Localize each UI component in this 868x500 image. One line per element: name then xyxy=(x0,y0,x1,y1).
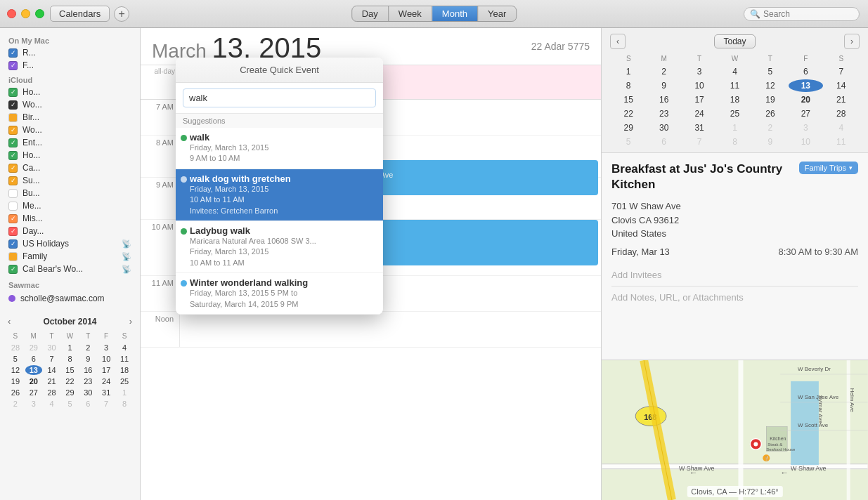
top-cal-day[interactable]: 6 xyxy=(789,65,822,78)
sidebar-item-bir[interactable]: Bir... xyxy=(0,111,140,124)
mini-cal-day[interactable]: 2 xyxy=(79,343,96,353)
sidebar-item-su[interactable]: ✓ Su... xyxy=(0,174,140,187)
mini-cal-day[interactable]: 23 xyxy=(79,376,96,386)
sidebar-item-day[interactable]: ✓ Day... xyxy=(0,225,140,237)
suggestion-walk-dog[interactable]: walk dog with gretchen Friday, March 13,… xyxy=(176,169,383,221)
sidebar-item-us-holidays[interactable]: ✓ US Holidays 📡 xyxy=(0,237,140,250)
mini-cal-day[interactable]: 24 xyxy=(98,376,115,386)
map-container[interactable]: W Shaw Ave W Shaw Ave 168 Sylmar Ave Hel… xyxy=(602,360,868,500)
mini-cal-next[interactable]: › xyxy=(127,316,134,327)
mini-cal-day[interactable]: 22 xyxy=(62,376,79,386)
mini-cal-day[interactable]: 14 xyxy=(44,365,60,375)
sidebar-item-cal-bear[interactable]: ✓ Cal Bear's Wo... 📡 xyxy=(0,263,140,275)
top-cal-day[interactable]: 10 xyxy=(682,79,716,92)
next-month-button[interactable]: › xyxy=(844,34,860,49)
calendars-button[interactable]: Calendars xyxy=(50,6,110,22)
calendar-checkbox[interactable]: ✓ xyxy=(8,164,18,173)
calendar-checkbox[interactable]: ✓ xyxy=(8,126,18,135)
top-cal-day[interactable]: 5 xyxy=(753,65,787,78)
mini-cal-day[interactable]: 31 xyxy=(98,388,115,397)
sidebar-item-bu[interactable]: Bu... xyxy=(0,187,140,199)
sidebar-item-me[interactable]: Me... xyxy=(0,199,140,212)
mini-cal-day[interactable]: 1 xyxy=(116,388,133,397)
top-cal-day[interactable]: 9 xyxy=(647,79,680,92)
top-cal-day[interactable]: 11 xyxy=(824,136,858,148)
suggestion-ladybug[interactable]: Ladybug walk Maricara Natural Area 10608… xyxy=(176,221,383,273)
mini-cal-day[interactable]: 30 xyxy=(79,388,96,397)
close-button[interactable] xyxy=(7,9,16,18)
top-cal-day[interactable]: 29 xyxy=(611,121,645,134)
top-cal-day[interactable]: 19 xyxy=(753,93,787,106)
mini-cal-day[interactable]: 6 xyxy=(25,354,42,364)
mini-cal-day[interactable]: 2 xyxy=(7,399,24,409)
mini-cal-day[interactable]: 25 xyxy=(116,376,133,386)
mini-cal-day[interactable]: 26 xyxy=(7,388,24,397)
calendar-checkbox[interactable]: ✓ xyxy=(8,176,18,185)
top-cal-day[interactable]: 22 xyxy=(611,107,645,120)
calendar-checkbox[interactable]: ✓ xyxy=(8,88,18,97)
sidebar-item-ho[interactable]: ✓ Ho... xyxy=(0,86,140,98)
mini-cal-day[interactable]: 4 xyxy=(44,399,60,409)
suggestion-winter[interactable]: Winter wonderland walking Friday, March … xyxy=(176,273,383,315)
sidebar-item-r[interactable]: ✓ R... xyxy=(0,46,140,59)
mini-cal-day[interactable]: 7 xyxy=(98,399,115,409)
mini-cal-prev[interactable]: ‹ xyxy=(6,316,13,327)
mini-cal-day[interactable]: 28 xyxy=(7,343,24,353)
quick-event-input[interactable] xyxy=(183,88,376,107)
mini-cal-day[interactable]: 1 xyxy=(62,343,79,353)
mini-cal-day-today[interactable]: 13 xyxy=(25,365,42,375)
mini-cal-day[interactable]: 29 xyxy=(25,343,42,353)
sidebar-item-ent[interactable]: ✓ Ent... xyxy=(0,136,140,149)
add-invitees-field[interactable]: Add Invitees xyxy=(611,264,858,287)
mini-cal-day[interactable]: 29 xyxy=(62,388,79,397)
search-input[interactable] xyxy=(763,9,848,19)
top-cal-day[interactable]: 24 xyxy=(682,107,716,120)
mini-cal-day[interactable]: 20 xyxy=(25,376,42,386)
sidebar-item-family[interactable]: Family 📡 xyxy=(0,250,140,263)
mini-cal-day[interactable]: 6 xyxy=(79,399,96,409)
top-cal-day[interactable]: 4 xyxy=(718,65,751,78)
top-cal-day[interactable]: 30 xyxy=(647,121,680,134)
calendar-checkbox[interactable]: ✓ xyxy=(8,151,18,160)
calendar-tag[interactable]: Family Trips ▾ xyxy=(799,162,858,174)
calendar-checkbox[interactable]: ✓ xyxy=(8,100,18,110)
top-cal-day-today[interactable]: 13 xyxy=(789,79,822,92)
calendar-checkbox[interactable] xyxy=(8,189,18,198)
mini-cal-day[interactable]: 3 xyxy=(98,343,115,353)
top-cal-day[interactable]: 3 xyxy=(682,65,716,78)
year-view-button[interactable]: Year xyxy=(478,6,516,21)
sidebar-item-mis[interactable]: ✓ Mis... xyxy=(0,212,140,225)
mini-cal-day[interactable]: 4 xyxy=(116,343,133,353)
top-cal-day[interactable]: 8 xyxy=(718,136,751,148)
top-cal-day[interactable]: 28 xyxy=(824,107,858,120)
add-calendar-button[interactable]: + xyxy=(114,6,129,22)
mini-cal-day[interactable]: 8 xyxy=(116,399,133,409)
calendar-checkbox[interactable] xyxy=(8,202,18,211)
calendar-checkbox[interactable] xyxy=(8,113,18,122)
calendar-checkbox[interactable]: ✓ xyxy=(8,138,18,147)
calendar-checkbox[interactable]: ✓ xyxy=(8,48,18,58)
mini-cal-day[interactable]: 27 xyxy=(25,388,42,397)
top-cal-day[interactable]: 26 xyxy=(753,107,787,120)
sidebar-item-ca[interactable]: ✓ Ca... xyxy=(0,162,140,174)
calendar-checkbox[interactable]: ✓ xyxy=(8,265,18,274)
sidebar-item-wo[interactable]: ✓ Wo... xyxy=(0,98,140,111)
maximize-button[interactable] xyxy=(35,9,44,18)
calendar-checkbox[interactable]: ✓ xyxy=(8,239,18,249)
top-cal-day[interactable]: 25 xyxy=(718,107,751,120)
prev-month-button[interactable]: ‹ xyxy=(610,34,626,49)
top-cal-day[interactable]: 11 xyxy=(718,79,751,92)
calendar-checkbox[interactable]: ✓ xyxy=(8,214,18,223)
mini-cal-day[interactable]: 17 xyxy=(98,365,115,375)
top-cal-day[interactable]: 16 xyxy=(647,93,680,106)
month-view-button[interactable]: Month xyxy=(432,6,478,21)
mini-cal-day[interactable]: 3 xyxy=(25,399,42,409)
search-box[interactable]: 🔍 xyxy=(744,7,860,21)
mini-cal-day[interactable]: 19 xyxy=(7,376,24,386)
mini-cal-day[interactable]: 30 xyxy=(44,343,60,353)
mini-cal-day[interactable]: 15 xyxy=(62,365,79,375)
week-view-button[interactable]: Week xyxy=(389,6,432,21)
mini-cal-day[interactable]: 28 xyxy=(44,388,60,397)
mini-cal-day[interactable]: 12 xyxy=(7,365,24,375)
top-cal-day[interactable]: 3 xyxy=(789,121,822,134)
